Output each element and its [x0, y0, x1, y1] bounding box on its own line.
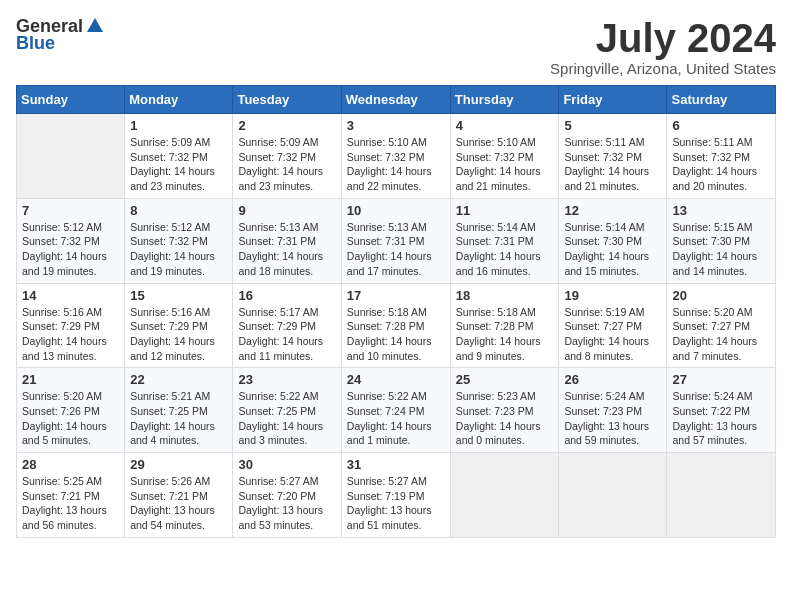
- day-number: 8: [130, 203, 227, 218]
- day-number: 26: [564, 372, 661, 387]
- day-info: Sunrise: 5:22 AM Sunset: 7:25 PM Dayligh…: [238, 389, 335, 448]
- day-number: 21: [22, 372, 119, 387]
- calendar-cell: 31Sunrise: 5:27 AM Sunset: 7:19 PM Dayli…: [341, 453, 450, 538]
- calendar-cell: 5Sunrise: 5:11 AM Sunset: 7:32 PM Daylig…: [559, 114, 667, 199]
- day-number: 10: [347, 203, 445, 218]
- day-info: Sunrise: 5:14 AM Sunset: 7:30 PM Dayligh…: [564, 220, 661, 279]
- day-info: Sunrise: 5:18 AM Sunset: 7:28 PM Dayligh…: [347, 305, 445, 364]
- day-info: Sunrise: 5:19 AM Sunset: 7:27 PM Dayligh…: [564, 305, 661, 364]
- day-info: Sunrise: 5:20 AM Sunset: 7:26 PM Dayligh…: [22, 389, 119, 448]
- calendar-cell: 19Sunrise: 5:19 AM Sunset: 7:27 PM Dayli…: [559, 283, 667, 368]
- day-number: 24: [347, 372, 445, 387]
- day-number: 23: [238, 372, 335, 387]
- day-info: Sunrise: 5:15 AM Sunset: 7:30 PM Dayligh…: [672, 220, 770, 279]
- calendar-cell: [17, 114, 125, 199]
- day-number: 13: [672, 203, 770, 218]
- day-info: Sunrise: 5:20 AM Sunset: 7:27 PM Dayligh…: [672, 305, 770, 364]
- day-number: 29: [130, 457, 227, 472]
- day-info: Sunrise: 5:11 AM Sunset: 7:32 PM Dayligh…: [672, 135, 770, 194]
- day-number: 31: [347, 457, 445, 472]
- day-info: Sunrise: 5:13 AM Sunset: 7:31 PM Dayligh…: [347, 220, 445, 279]
- calendar-cell: 2Sunrise: 5:09 AM Sunset: 7:32 PM Daylig…: [233, 114, 341, 199]
- calendar-cell: 1Sunrise: 5:09 AM Sunset: 7:32 PM Daylig…: [125, 114, 233, 199]
- logo: General Blue: [16, 16, 105, 54]
- day-info: Sunrise: 5:10 AM Sunset: 7:32 PM Dayligh…: [456, 135, 554, 194]
- calendar-cell: [559, 453, 667, 538]
- calendar-cell: 10Sunrise: 5:13 AM Sunset: 7:31 PM Dayli…: [341, 198, 450, 283]
- day-info: Sunrise: 5:09 AM Sunset: 7:32 PM Dayligh…: [238, 135, 335, 194]
- day-info: Sunrise: 5:23 AM Sunset: 7:23 PM Dayligh…: [456, 389, 554, 448]
- day-info: Sunrise: 5:25 AM Sunset: 7:21 PM Dayligh…: [22, 474, 119, 533]
- day-number: 2: [238, 118, 335, 133]
- calendar-cell: 12Sunrise: 5:14 AM Sunset: 7:30 PM Dayli…: [559, 198, 667, 283]
- week-row-3: 14Sunrise: 5:16 AM Sunset: 7:29 PM Dayli…: [17, 283, 776, 368]
- week-row-1: 1Sunrise: 5:09 AM Sunset: 7:32 PM Daylig…: [17, 114, 776, 199]
- day-info: Sunrise: 5:18 AM Sunset: 7:28 PM Dayligh…: [456, 305, 554, 364]
- calendar-cell: 29Sunrise: 5:26 AM Sunset: 7:21 PM Dayli…: [125, 453, 233, 538]
- calendar-cell: 28Sunrise: 5:25 AM Sunset: 7:21 PM Dayli…: [17, 453, 125, 538]
- day-info: Sunrise: 5:10 AM Sunset: 7:32 PM Dayligh…: [347, 135, 445, 194]
- day-number: 9: [238, 203, 335, 218]
- calendar-cell: 22Sunrise: 5:21 AM Sunset: 7:25 PM Dayli…: [125, 368, 233, 453]
- calendar-cell: 4Sunrise: 5:10 AM Sunset: 7:32 PM Daylig…: [450, 114, 559, 199]
- day-number: 11: [456, 203, 554, 218]
- title-section: July 2024 Springville, Arizona, United S…: [550, 16, 776, 77]
- day-number: 3: [347, 118, 445, 133]
- day-number: 28: [22, 457, 119, 472]
- calendar-cell: 24Sunrise: 5:22 AM Sunset: 7:24 PM Dayli…: [341, 368, 450, 453]
- calendar-cell: 20Sunrise: 5:20 AM Sunset: 7:27 PM Dayli…: [667, 283, 776, 368]
- day-number: 12: [564, 203, 661, 218]
- month-title: July 2024: [550, 16, 776, 60]
- calendar-header-row: SundayMondayTuesdayWednesdayThursdayFrid…: [17, 86, 776, 114]
- calendar-table: SundayMondayTuesdayWednesdayThursdayFrid…: [16, 85, 776, 538]
- day-number: 25: [456, 372, 554, 387]
- day-info: Sunrise: 5:11 AM Sunset: 7:32 PM Dayligh…: [564, 135, 661, 194]
- day-number: 14: [22, 288, 119, 303]
- calendar-cell: 18Sunrise: 5:18 AM Sunset: 7:28 PM Dayli…: [450, 283, 559, 368]
- day-info: Sunrise: 5:13 AM Sunset: 7:31 PM Dayligh…: [238, 220, 335, 279]
- day-number: 1: [130, 118, 227, 133]
- column-header-saturday: Saturday: [667, 86, 776, 114]
- calendar-cell: 23Sunrise: 5:22 AM Sunset: 7:25 PM Dayli…: [233, 368, 341, 453]
- column-header-wednesday: Wednesday: [341, 86, 450, 114]
- week-row-2: 7Sunrise: 5:12 AM Sunset: 7:32 PM Daylig…: [17, 198, 776, 283]
- calendar-cell: 16Sunrise: 5:17 AM Sunset: 7:29 PM Dayli…: [233, 283, 341, 368]
- calendar-cell: 6Sunrise: 5:11 AM Sunset: 7:32 PM Daylig…: [667, 114, 776, 199]
- calendar-cell: [450, 453, 559, 538]
- day-info: Sunrise: 5:17 AM Sunset: 7:29 PM Dayligh…: [238, 305, 335, 364]
- calendar-cell: 9Sunrise: 5:13 AM Sunset: 7:31 PM Daylig…: [233, 198, 341, 283]
- day-info: Sunrise: 5:24 AM Sunset: 7:22 PM Dayligh…: [672, 389, 770, 448]
- day-info: Sunrise: 5:27 AM Sunset: 7:20 PM Dayligh…: [238, 474, 335, 533]
- day-info: Sunrise: 5:16 AM Sunset: 7:29 PM Dayligh…: [22, 305, 119, 364]
- column-header-tuesday: Tuesday: [233, 86, 341, 114]
- day-info: Sunrise: 5:14 AM Sunset: 7:31 PM Dayligh…: [456, 220, 554, 279]
- day-number: 18: [456, 288, 554, 303]
- day-info: Sunrise: 5:22 AM Sunset: 7:24 PM Dayligh…: [347, 389, 445, 448]
- calendar-cell: 30Sunrise: 5:27 AM Sunset: 7:20 PM Dayli…: [233, 453, 341, 538]
- column-header-thursday: Thursday: [450, 86, 559, 114]
- day-info: Sunrise: 5:09 AM Sunset: 7:32 PM Dayligh…: [130, 135, 227, 194]
- day-number: 7: [22, 203, 119, 218]
- calendar-cell: 17Sunrise: 5:18 AM Sunset: 7:28 PM Dayli…: [341, 283, 450, 368]
- column-header-friday: Friday: [559, 86, 667, 114]
- calendar-cell: 25Sunrise: 5:23 AM Sunset: 7:23 PM Dayli…: [450, 368, 559, 453]
- calendar-cell: 7Sunrise: 5:12 AM Sunset: 7:32 PM Daylig…: [17, 198, 125, 283]
- day-info: Sunrise: 5:12 AM Sunset: 7:32 PM Dayligh…: [130, 220, 227, 279]
- day-number: 17: [347, 288, 445, 303]
- week-row-4: 21Sunrise: 5:20 AM Sunset: 7:26 PM Dayli…: [17, 368, 776, 453]
- svg-marker-0: [87, 18, 103, 32]
- day-info: Sunrise: 5:12 AM Sunset: 7:32 PM Dayligh…: [22, 220, 119, 279]
- day-number: 22: [130, 372, 227, 387]
- day-number: 15: [130, 288, 227, 303]
- day-number: 19: [564, 288, 661, 303]
- day-number: 4: [456, 118, 554, 133]
- day-number: 27: [672, 372, 770, 387]
- day-info: Sunrise: 5:24 AM Sunset: 7:23 PM Dayligh…: [564, 389, 661, 448]
- calendar-cell: 8Sunrise: 5:12 AM Sunset: 7:32 PM Daylig…: [125, 198, 233, 283]
- calendar-cell: 3Sunrise: 5:10 AM Sunset: 7:32 PM Daylig…: [341, 114, 450, 199]
- location-title: Springville, Arizona, United States: [550, 60, 776, 77]
- column-header-monday: Monday: [125, 86, 233, 114]
- column-header-sunday: Sunday: [17, 86, 125, 114]
- day-info: Sunrise: 5:27 AM Sunset: 7:19 PM Dayligh…: [347, 474, 445, 533]
- day-info: Sunrise: 5:16 AM Sunset: 7:29 PM Dayligh…: [130, 305, 227, 364]
